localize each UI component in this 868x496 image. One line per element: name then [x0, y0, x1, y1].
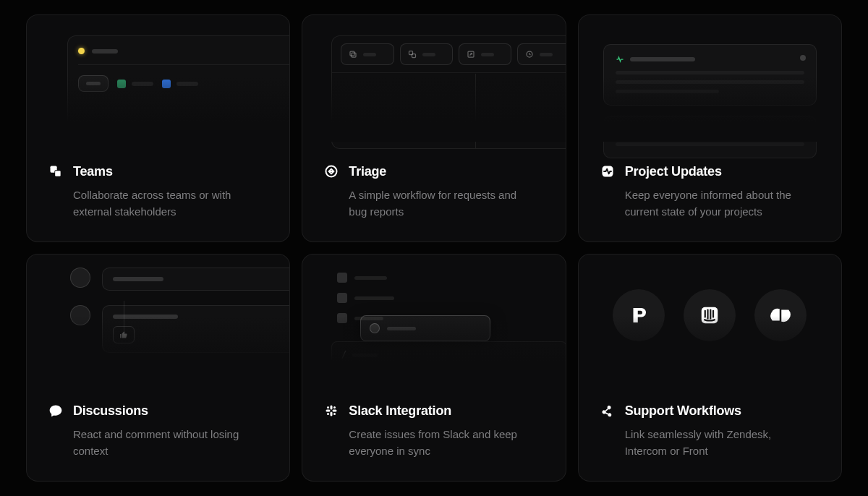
- zendesk-logo-icon: [754, 289, 807, 341]
- card-desc: Collaborate across teams or with externa…: [48, 187, 251, 221]
- card-project-updates[interactable]: Project Updates Keep everyone informed a…: [578, 14, 842, 242]
- copy-icon: [349, 50, 357, 59]
- svg-rect-3: [350, 51, 354, 56]
- slack-command-input: /: [331, 341, 566, 369]
- support-workflows-icon: [600, 403, 615, 418]
- heartbeat-alert-icon: [616, 127, 624, 135]
- svg-point-8: [527, 51, 532, 57]
- slack-illustration: /: [302, 255, 565, 381]
- intercom-logo-icon: [684, 289, 736, 341]
- teams-icon: [48, 164, 63, 179]
- card-discussions[interactable]: Discussions React and comment without lo…: [26, 254, 290, 482]
- svg-point-16: [333, 406, 336, 409]
- card-title: Slack Integration: [349, 403, 451, 419]
- svg-rect-11: [331, 406, 333, 410]
- export-icon: [467, 50, 475, 59]
- card-desc: A simple workflow for requests and bug r…: [324, 187, 527, 221]
- lightbulb-icon: [78, 48, 85, 54]
- teams-illustration: [27, 15, 289, 142]
- card-teams[interactable]: Teams Collaborate across teams or with e…: [26, 14, 290, 242]
- card-desc: Create issues from Slack and keep everyo…: [324, 426, 527, 460]
- avatar: [70, 268, 90, 288]
- card-title: Teams: [73, 164, 113, 179]
- svg-point-17: [327, 413, 329, 415]
- svg-rect-19: [702, 307, 718, 324]
- card-desc: Link seamlessly with Zendesk, Intercom o…: [600, 426, 803, 460]
- triage-illustration: [302, 15, 565, 142]
- support-workflows-illustration: [579, 255, 841, 381]
- front-logo-icon: [613, 289, 665, 341]
- feature-grid: Teams Collaborate across teams or with e…: [0, 0, 868, 496]
- svg-rect-7: [468, 51, 474, 57]
- card-title: Discussions: [73, 403, 148, 419]
- card-desc: React and comment without losing context: [48, 426, 251, 460]
- slack-icon: [324, 403, 339, 418]
- svg-rect-13: [326, 410, 331, 412]
- card-title: Triage: [349, 164, 386, 179]
- card-slack-integration[interactable]: / Slack Integration: [302, 254, 566, 482]
- project-updates-illustration: [579, 15, 841, 142]
- card-desc: Keep everyone informed about the current…: [600, 187, 803, 221]
- svg-rect-5: [409, 51, 412, 55]
- thumbs-up-reaction: [113, 326, 135, 343]
- clock-icon: [525, 50, 534, 59]
- project-updates-icon: [600, 164, 615, 179]
- avatar: [70, 305, 90, 325]
- card-title: Project Updates: [625, 164, 722, 179]
- heartbeat-icon: [616, 55, 624, 64]
- discussions-icon: [48, 403, 63, 418]
- blue-square-icon: [162, 80, 171, 88]
- svg-rect-14: [333, 410, 337, 412]
- triage-icon: [324, 164, 339, 179]
- green-square-icon: [117, 80, 126, 88]
- status-dot-icon: [370, 323, 380, 333]
- card-support-workflows[interactable]: Support Workflows Link seamlessly with Z…: [578, 254, 842, 482]
- svg-rect-4: [352, 53, 356, 57]
- card-title: Support Workflows: [625, 403, 741, 419]
- discussions-illustration: [27, 255, 289, 381]
- card-triage[interactable]: Triage A simple workflow for requests an…: [302, 14, 566, 242]
- duplicate-icon: [408, 50, 417, 59]
- svg-rect-6: [412, 54, 415, 58]
- svg-point-18: [333, 413, 336, 415]
- svg-point-15: [327, 406, 329, 409]
- svg-rect-2: [55, 171, 61, 176]
- svg-rect-12: [331, 412, 333, 416]
